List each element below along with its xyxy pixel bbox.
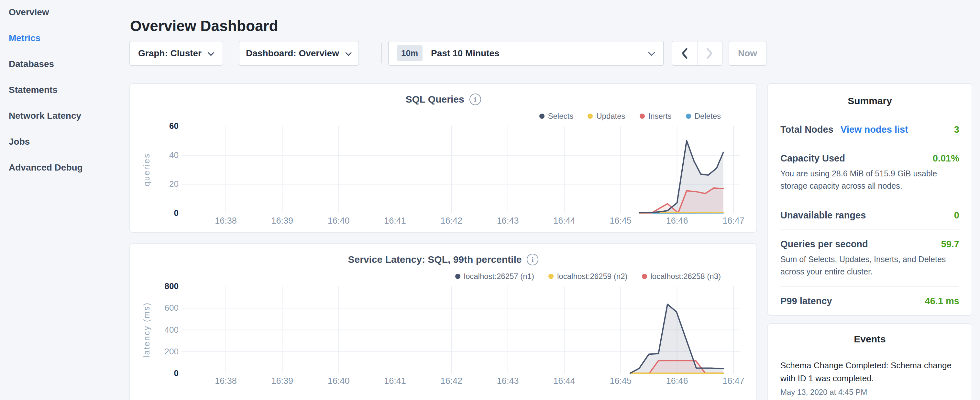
- summary-row-value: 0.01%: [933, 153, 959, 164]
- sidebar-item-statements[interactable]: Statements: [9, 85, 57, 95]
- sidebar-item-metrics[interactable]: Metrics: [9, 33, 40, 43]
- sidebar-item-jobs[interactable]: Jobs: [9, 137, 30, 147]
- time-range-badge: 10m: [397, 45, 423, 61]
- graph-scope-dropdown[interactable]: Graph: Cluster: [129, 41, 223, 66]
- chart-plot-area[interactable]: [130, 244, 758, 386]
- sql-queries-chart-card: SQL QueriesiSelectsUpdatesInsertsDeletes…: [129, 83, 757, 233]
- events-panel: Events Schema Change Completed: Schema c…: [767, 323, 972, 400]
- x-axis-tick: 16:40: [310, 376, 367, 386]
- chart-plot-area[interactable]: [130, 84, 758, 226]
- service-latency-chart-card: Service Latency: SQL, 99th percentileilo…: [129, 243, 757, 400]
- time-range-dropdown[interactable]: 10m Past 10 Minutes: [388, 41, 664, 66]
- event-timestamp: May 13, 2020 at 4:45 PM: [780, 388, 959, 397]
- x-axis-tick: 16:46: [649, 216, 705, 226]
- x-axis-tick: 16:43: [480, 376, 536, 386]
- now-label: Now: [738, 48, 757, 59]
- chevron-down-icon: [345, 48, 352, 59]
- now-button[interactable]: Now: [729, 41, 767, 66]
- summary-row-p99-latency: P99 latency46.1 ms: [780, 287, 959, 315]
- x-axis-tick: 16:42: [423, 216, 479, 226]
- summary-row-subtext: You are using 28.6 MiB of 515.9 GiB usab…: [780, 167, 959, 192]
- sidebar-item-overview[interactable]: Overview: [9, 7, 49, 18]
- summary-row-value: 59.7: [941, 239, 959, 250]
- event-message: Schema Change Completed: Schema change w…: [780, 359, 959, 385]
- x-axis-tick: 16:38: [198, 376, 254, 386]
- summary-title: Summary: [780, 96, 959, 107]
- sidebar-item-advanced-debug[interactable]: Advanced Debug: [9, 163, 83, 173]
- y-axis-title: queries: [142, 121, 152, 218]
- dashboard-dropdown[interactable]: Dashboard: Overview: [239, 41, 359, 66]
- chevron-down-icon: [648, 48, 655, 59]
- x-axis-tick: 16:42: [423, 376, 479, 386]
- x-axis-tick: 16:46: [649, 376, 705, 386]
- sidebar-item-databases[interactable]: Databases: [9, 59, 54, 69]
- x-axis-tick: 16:40: [310, 216, 367, 226]
- time-forward-button[interactable]: [697, 41, 722, 65]
- time-pager: [672, 41, 722, 66]
- sidebar: OverviewMetricsDatabasesStatementsNetwor…: [0, 0, 129, 400]
- summary-row-value: 46.1 ms: [925, 296, 959, 306]
- x-axis-tick: 16:44: [536, 376, 592, 386]
- summary-row-label: Unavailable ranges: [780, 210, 866, 221]
- x-axis-tick: 16:41: [367, 376, 423, 386]
- x-axis-tick: 16:45: [592, 216, 649, 226]
- summary-row-queries-per-second: Queries per second59.7Sum of Selects, Up…: [780, 230, 959, 287]
- summary-row-value: 3: [954, 124, 959, 135]
- summary-row-label: Capacity Used: [780, 153, 845, 164]
- x-axis-tick: 16:44: [536, 216, 592, 226]
- x-axis-tick: 16:47: [705, 216, 762, 226]
- x-axis-tick: 16:38: [198, 216, 254, 226]
- summary-row-total-nodes: Total NodesView nodes list3: [780, 116, 959, 144]
- events-title: Events: [780, 334, 959, 345]
- summary-rows: Total NodesView nodes list3Capacity Used…: [780, 116, 959, 315]
- x-axis-tick: 16:39: [254, 216, 310, 226]
- chevron-down-icon: [207, 48, 215, 59]
- summary-panel: Summary Total NodesView nodes list3Capac…: [767, 83, 972, 316]
- summary-row-label: P99 latency: [780, 296, 832, 306]
- summary-row-unavailable-ranges: Unavailable ranges0: [780, 201, 959, 230]
- x-axis-tick: 16:47: [705, 376, 762, 386]
- time-range-label: Past 10 Minutes: [431, 48, 500, 59]
- summary-row-value: 0: [954, 210, 959, 221]
- x-axis-tick: 16:41: [367, 216, 423, 226]
- events-list: Schema Change Completed: Schema change w…: [780, 359, 959, 397]
- graph-scope-label: Graph: Cluster: [138, 48, 202, 59]
- summary-row-subtext: Sum of Selects, Updates, Inserts, and De…: [780, 253, 959, 278]
- controls-divider: [381, 43, 382, 64]
- summary-row-label: Queries per second: [780, 239, 868, 250]
- sidebar-item-network-latency[interactable]: Network Latency: [9, 111, 81, 121]
- event-item[interactable]: Schema Change Completed: Schema change w…: [780, 359, 959, 397]
- x-axis-tick: 16:45: [592, 376, 649, 386]
- view-nodes-list-link[interactable]: View nodes list: [840, 124, 908, 135]
- summary-row-capacity-used: Capacity Used0.01%You are using 28.6 MiB…: [780, 144, 959, 201]
- y-axis-title: latency (ms): [142, 281, 152, 378]
- dashboard-label: Dashboard: Overview: [246, 48, 339, 59]
- x-axis-tick: 16:39: [254, 376, 310, 386]
- page-title: Overview Dashboard: [130, 17, 278, 35]
- x-axis-tick: 16:43: [480, 216, 536, 226]
- time-back-button[interactable]: [672, 41, 697, 65]
- summary-row-label: Total Nodes: [780, 124, 834, 135]
